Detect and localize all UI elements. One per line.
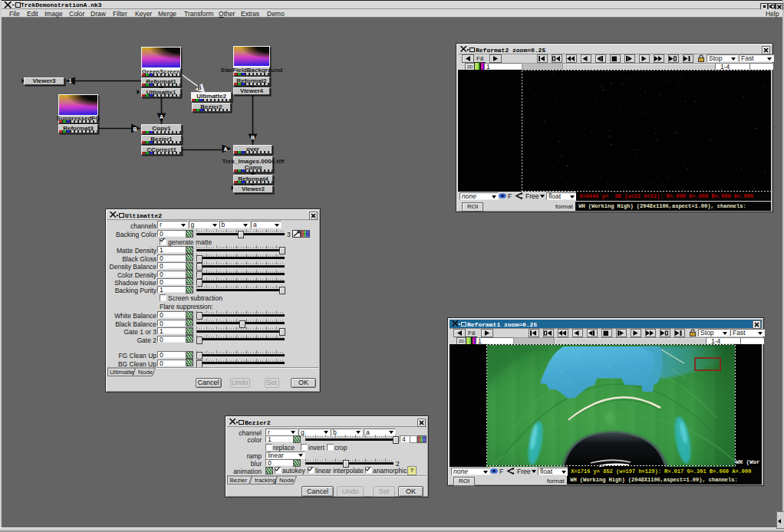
svg-text:A: A	[160, 114, 163, 120]
svg-text:B: B	[251, 135, 255, 140]
svg-text:A: A	[223, 146, 227, 152]
svg-text:tracking: tracking	[255, 477, 276, 484]
svg-text:B: B	[197, 85, 201, 90]
svg-text:Ultimatte: Ultimatte	[110, 369, 134, 376]
svg-text:Node: Node	[138, 369, 153, 376]
svg-text:Node: Node	[279, 477, 295, 484]
svg-text:B: B	[133, 126, 137, 132]
svg-text:1: 1	[69, 78, 72, 84]
svg-text:Bezier: Bezier	[230, 477, 248, 484]
